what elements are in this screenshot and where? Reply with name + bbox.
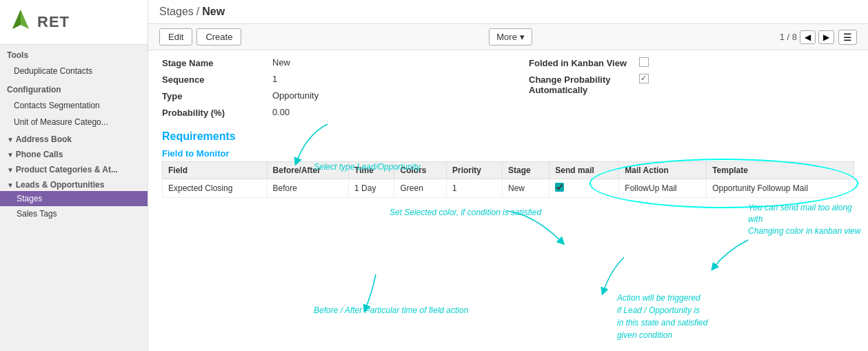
cell-before-after: Before (267, 179, 349, 198)
cell-send-mail (549, 179, 619, 198)
arrow-before-after (355, 271, 396, 312)
probability-value: 0.00 (272, 107, 290, 117)
logo-icon (7, 8, 34, 36)
sidebar-product-categories[interactable]: Product Categories & At... (0, 161, 148, 176)
breadcrumb-bar: Stages / New (148, 0, 868, 24)
annotation-action-triggered: Action will be triggeredif Lead / Opport… (617, 292, 707, 341)
more-label: More (496, 32, 517, 42)
monitor-table: Field Before/After Time Colors Priority … (162, 161, 854, 198)
sidebar: RET Tools Deduplicate Contacts Configura… (0, 0, 148, 351)
sidebar-item-sales-tags[interactable]: Sales Tags (0, 206, 148, 221)
probability-label: Probability (%) (162, 107, 272, 118)
sidebar-item-stages[interactable]: Stages (0, 191, 148, 206)
svg-marker-1 (12, 10, 21, 29)
prev-page-button[interactable]: ◀ (800, 30, 816, 44)
table-container: Field Before/After Time Colors Priority … (162, 161, 854, 198)
stage-name-label: Stage Name (162, 57, 272, 68)
breadcrumb-current: New (202, 6, 225, 18)
type-label: Type (162, 90, 272, 101)
change-prob-label: Change Probability Automatically (529, 74, 639, 95)
folded-label: Folded in Kanban View (529, 57, 639, 68)
type-value: Opportunity (272, 90, 319, 101)
annotation-send-mail-text: You can send mail too along withChanging… (748, 203, 860, 236)
col-priority: Priority (446, 162, 502, 179)
col-time: Time (349, 162, 394, 179)
sidebar-item-deduplicate[interactable]: Deduplicate Contacts (0, 63, 148, 79)
arrow-set-color (500, 208, 569, 249)
annotation-action-triggered-text: Action will be triggeredif Lead / Opport… (617, 293, 707, 340)
cell-field: Expected Closing (163, 179, 268, 198)
sequence-row: Sequence 1 (162, 74, 487, 85)
annotation-before-after-text: Before / After Particular time of field … (314, 305, 468, 315)
tools-section-label: Tools (0, 45, 148, 63)
logo-text: RET (37, 13, 70, 31)
cell-template: Opportunity Followup Mail (707, 179, 854, 198)
folded-row: Folded in Kanban View (529, 57, 854, 68)
col-template: Template (707, 162, 854, 179)
sidebar-item-unit-measure[interactable]: Unit of Measure Catego... (0, 114, 148, 130)
next-page-button[interactable]: ▶ (818, 30, 834, 44)
cell-mail-action: FollowUp Mail (619, 179, 707, 198)
folded-checkbox[interactable] (639, 57, 649, 67)
annotation-before-after: Before / After Particular time of field … (314, 305, 468, 315)
requirements-title: Requirements (162, 130, 854, 143)
sidebar-address-book[interactable]: Address Book (0, 130, 148, 146)
arrow-action-triggered (596, 254, 631, 295)
pagination-text: 1 / 8 (780, 32, 797, 42)
annotation-set-color-text: Set Selected color, if condition is sati… (390, 208, 541, 217)
chevron-down-icon: ▾ (520, 32, 525, 42)
sidebar-phone-calls[interactable]: Phone Calls (0, 146, 148, 161)
probability-row: Probability (%) 0.00 (162, 107, 487, 118)
cell-colors: Green (394, 179, 447, 198)
change-prob-checkbox[interactable] (639, 74, 649, 83)
edit-button[interactable]: Edit (159, 28, 192, 46)
arrow-send-mail (707, 237, 755, 271)
sidebar-item-contacts-seg[interactable]: Contacts Segmentation (0, 97, 148, 114)
content-area: Stage Name New Sequence 1 Type Opportuni… (148, 50, 868, 351)
form-right-col: Folded in Kanban View Change Probability… (529, 57, 854, 123)
cell-time: 1 Day (349, 179, 394, 198)
send-mail-checkbox[interactable] (555, 183, 564, 192)
cell-priority: 1 (446, 179, 502, 198)
col-colors: Colors (394, 162, 447, 179)
toolbar: Edit Create More ▾ 1 / 8 ◀ ▶ ☰ (148, 24, 868, 50)
form-section: Stage Name New Sequence 1 Type Opportuni… (162, 57, 854, 123)
form-left-col: Stage Name New Sequence 1 Type Opportuni… (162, 57, 487, 123)
pagination: 1 / 8 ◀ ▶ (780, 30, 834, 44)
col-before-after: Before/After (267, 162, 349, 179)
sequence-value: 1 (272, 74, 277, 84)
breadcrumb-separator: / (196, 6, 199, 18)
annotation-send-mail: You can send mail too along withChanging… (748, 202, 868, 237)
main-area: Stages / New Edit Create More ▾ 1 / 8 ◀ … (148, 0, 868, 351)
more-button[interactable]: More ▾ (489, 28, 532, 46)
configuration-section-label: Configuration (0, 79, 148, 97)
cell-stage: New (503, 179, 549, 198)
col-field: Field (163, 162, 268, 179)
stage-name-row: Stage Name New (162, 57, 487, 68)
type-row: Type Opportunity (162, 90, 487, 101)
annotation-set-color: Set Selected color, if condition is sati… (390, 208, 541, 217)
field-monitor-title: Field to Monitor (162, 148, 854, 159)
col-mail-action: Mail Action (619, 162, 707, 179)
col-stage: Stage (503, 162, 549, 179)
logo-area: RET (0, 0, 148, 45)
stage-name-value: New (272, 57, 290, 68)
table-row: Expected Closing Before 1 Day Green 1 Ne… (163, 179, 854, 198)
settings-button[interactable]: ☰ (838, 30, 857, 45)
sidebar-leads-group[interactable]: Leads & Opportunities (0, 176, 148, 191)
col-send-mail: Send mail (549, 162, 619, 179)
create-button[interactable]: Create (196, 28, 241, 46)
change-prob-row: Change Probability Automatically (529, 74, 854, 95)
breadcrumb-parent[interactable]: Stages (159, 6, 194, 18)
table-header-row: Field Before/After Time Colors Priority … (163, 162, 854, 179)
sequence-label: Sequence (162, 74, 272, 85)
